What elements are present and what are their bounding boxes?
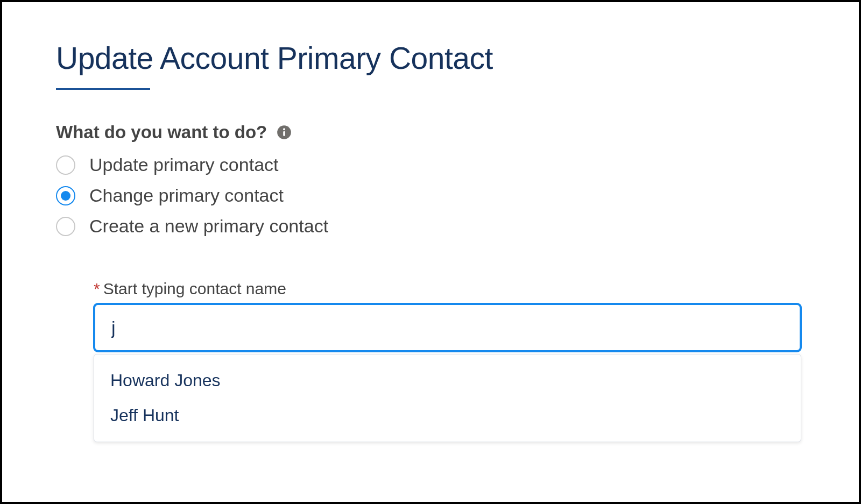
required-asterisk: * [94, 280, 100, 298]
radio-label: Update primary contact [89, 154, 279, 175]
app-frame: Update Account Primary Contact What do y… [0, 0, 861, 504]
svg-rect-2 [284, 131, 286, 136]
page-title: Update Account Primary Contact [56, 40, 805, 76]
radio-dot [61, 191, 70, 201]
radio-circle [56, 217, 75, 236]
question-label: What do you want to do? [56, 122, 267, 143]
radio-option-change[interactable]: Change primary contact [56, 185, 805, 206]
radio-circle [56, 155, 75, 175]
radio-label: Change primary contact [89, 185, 284, 206]
contact-suggestions-dropdown: Howard Jones Jeff Hunt [94, 354, 801, 442]
input-label-row: * Start typing contact name [94, 280, 805, 298]
radio-option-create[interactable]: Create a new primary contact [56, 216, 805, 237]
radio-label: Create a new primary contact [89, 216, 328, 237]
title-underline [56, 88, 150, 90]
info-icon[interactable] [277, 125, 292, 140]
action-radio-group: Update primary contact Change primary co… [56, 154, 805, 237]
contact-input-label: Start typing contact name [103, 280, 286, 298]
contact-input-section: * Start typing contact name Howard Jones… [94, 280, 805, 442]
suggestion-item[interactable]: Howard Jones [94, 363, 801, 398]
radio-circle-selected [56, 186, 75, 205]
radio-option-update[interactable]: Update primary contact [56, 154, 805, 175]
question-row: What do you want to do? [56, 122, 805, 143]
contact-name-input[interactable] [94, 303, 801, 352]
suggestion-item[interactable]: Jeff Hunt [94, 398, 801, 433]
svg-point-1 [283, 129, 285, 131]
